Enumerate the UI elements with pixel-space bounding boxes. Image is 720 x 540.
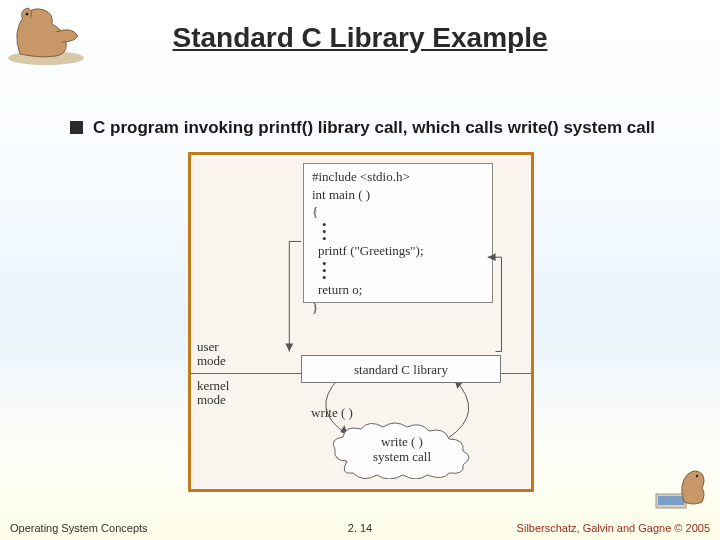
footer-copyright: Silberschatz, Galvin and Gagne © 2005 [517,522,710,534]
bullet-text: C program invoking printf() library call… [93,118,655,138]
code-line: } [312,299,484,317]
code-line: return o; [312,281,484,299]
vertical-dots-icon: ••• [312,260,484,281]
code-line: printf ("Greetings"); [312,242,484,260]
bullet-square-icon [70,121,83,134]
code-line: #include <stdio.h> [312,168,484,186]
user-mode-label: user mode [197,340,226,369]
syscall-cloud-text: write ( ) system call [341,435,463,465]
dinosaur-logo-bottom [650,464,712,512]
slide-title: Standard C Library Example [0,22,720,54]
diagram-frame: #include <stdio.h> int main ( ) { ••• pr… [188,152,534,492]
code-line: { [312,203,484,221]
write-call-label: write ( ) [311,405,353,421]
vertical-dots-icon: ••• [312,221,484,242]
bullet-item: C program invoking printf() library call… [70,118,690,138]
kernel-mode-label: kernel mode [197,379,229,408]
code-line: int main ( ) [312,186,484,204]
standard-c-library-box: standard C library [301,355,501,383]
svg-point-4 [696,475,698,477]
svg-rect-3 [658,496,684,505]
svg-marker-7 [285,344,293,352]
footer: Operating System Concepts 2. 14 Silbersc… [0,516,720,540]
svg-point-1 [26,13,29,16]
footer-left: Operating System Concepts [10,522,148,534]
code-box: #include <stdio.h> int main ( ) { ••• pr… [303,163,493,303]
footer-page-number: 2. 14 [348,522,372,534]
